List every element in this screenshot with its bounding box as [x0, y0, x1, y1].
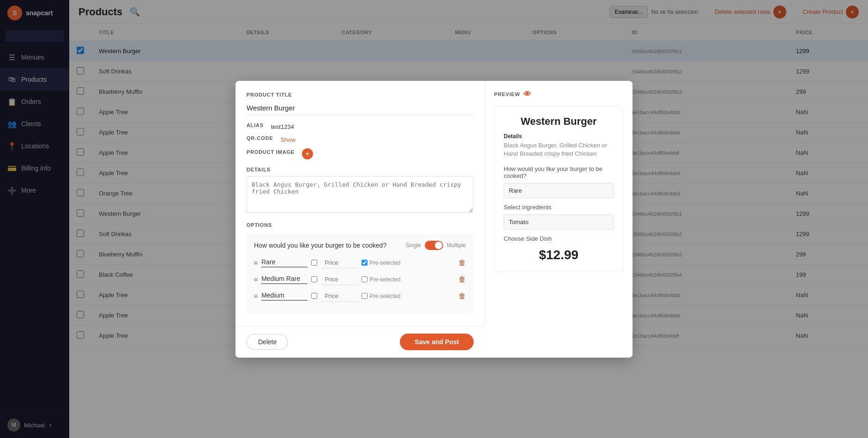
- preview-question3: Choose Side Dish: [504, 235, 614, 242]
- modal-left-panel: PRODUCT TITLE ALIAS test1234 QR-CODE Sho…: [235, 81, 485, 326]
- modal-overlay[interactable]: PRODUCT TITLE ALIAS test1234 QR-CODE Sho…: [0, 0, 868, 438]
- option-group: How would you like your burger to be coo…: [247, 233, 473, 315]
- toggle-knob: [435, 242, 442, 249]
- option-price-checkbox[interactable]: [311, 293, 317, 299]
- option-name: Medium: [261, 292, 307, 301]
- preview-card: Western Burger Details Black Angus Burge…: [494, 106, 623, 272]
- toggle-row: Single Multiple: [405, 241, 466, 250]
- preview-select-cooking[interactable]: Rare Medium Rare Medium: [504, 183, 614, 198]
- pre-selected-checkbox[interactable]: [362, 260, 368, 266]
- option-row: ≡ Rare Pre-selected 🗑: [254, 257, 466, 268]
- modal-right-panel: PREVIEW 👁 Western Burger Details Black A…: [485, 81, 633, 358]
- preview-header: PREVIEW 👁: [494, 90, 623, 98]
- preview-details-text: Black Angus Burger, Grilled Chicken or H…: [504, 141, 614, 158]
- alias-value: test1234: [271, 123, 294, 130]
- qr-row: QR-CODE Show: [247, 135, 473, 145]
- add-image-button[interactable]: +: [302, 148, 313, 159]
- option-name: Rare: [261, 258, 307, 268]
- delete-option-button[interactable]: 🗑: [458, 259, 466, 267]
- preview-title: Western Burger: [504, 116, 614, 128]
- qr-label: QR-CODE: [247, 135, 273, 141]
- preview-price: $12.99: [504, 248, 614, 262]
- product-title-label: PRODUCT TITLE: [247, 92, 473, 97]
- delete-option-button[interactable]: 🗑: [458, 292, 466, 300]
- preview-details-label: Details: [504, 133, 614, 140]
- delete-button[interactable]: Delete: [247, 334, 288, 350]
- toggle-single-label: Single: [405, 242, 421, 249]
- drag-handle-icon[interactable]: ≡: [254, 276, 258, 283]
- option-price-input[interactable]: [321, 274, 358, 285]
- preview-label: PREVIEW: [494, 91, 520, 97]
- option-group-header: How would you like your burger to be coo…: [254, 241, 466, 250]
- preview-select-ingredients[interactable]: Tomato: [504, 214, 614, 230]
- preview-question2: Select ingredients: [504, 204, 614, 211]
- delete-option-button[interactable]: 🗑: [458, 275, 466, 284]
- option-name: Medium Rare: [261, 275, 307, 284]
- product-image-label: PRODUCT IMAGE: [247, 149, 295, 155]
- option-price-checkbox[interactable]: [311, 276, 317, 282]
- toggle-multiple-label: Multiple: [447, 242, 466, 249]
- product-title-input[interactable]: [247, 101, 473, 115]
- option-row: ≡ Medium Pre-selected 🗑: [254, 291, 466, 302]
- options-list: ≡ Rare Pre-selected 🗑 ≡ Medium Rare Pre-…: [254, 257, 466, 302]
- pre-selected-label: Pre-selected: [362, 276, 400, 283]
- qr-show-button[interactable]: Show: [281, 136, 296, 143]
- option-price-checkbox[interactable]: [311, 260, 317, 266]
- alias-row: ALIAS test1234: [247, 122, 473, 132]
- drag-handle-icon[interactable]: ≡: [254, 292, 258, 300]
- product-image-row: PRODUCT IMAGE +: [247, 148, 473, 159]
- option-group-title: How would you like your burger to be coo…: [254, 242, 386, 249]
- details-label: DETAILS: [247, 167, 473, 172]
- pre-selected-checkbox[interactable]: [362, 276, 368, 282]
- option-price-input[interactable]: [321, 291, 358, 302]
- modal-left-container: PRODUCT TITLE ALIAS test1234 QR-CODE Sho…: [235, 81, 485, 358]
- save-post-button[interactable]: Save and Post: [400, 334, 474, 350]
- options-label: OPTIONS: [247, 222, 473, 228]
- pre-selected-label: Pre-selected: [362, 260, 400, 266]
- modal-footer: Delete Save and Post: [235, 326, 485, 358]
- product-edit-modal: PRODUCT TITLE ALIAS test1234 QR-CODE Sho…: [235, 81, 633, 358]
- pre-selected-label: Pre-selected: [362, 293, 400, 299]
- single-multiple-toggle[interactable]: [425, 241, 443, 250]
- preview-eye-icon: 👁: [524, 90, 531, 98]
- option-row: ≡ Medium Rare Pre-selected 🗑: [254, 274, 466, 285]
- preview-question1: How would you like your burger to be coo…: [504, 165, 614, 179]
- pre-selected-checkbox[interactable]: [362, 293, 368, 299]
- alias-label: ALIAS: [247, 122, 264, 128]
- details-textarea[interactable]: [247, 176, 473, 213]
- option-price-input[interactable]: [321, 257, 358, 268]
- drag-handle-icon[interactable]: ≡: [254, 259, 258, 267]
